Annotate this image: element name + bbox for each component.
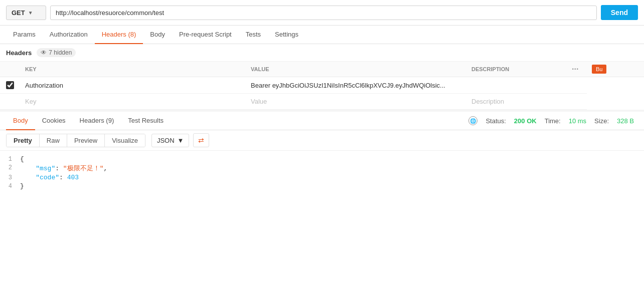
- row-value-text: Bearer eyJhbGciOiJSUzI1NiIsInR5cCl6lkpXV…: [251, 82, 445, 89]
- json-comma-1: ,: [103, 165, 107, 172]
- json-key-msg: "msg": [36, 165, 55, 172]
- line-number-2: 2: [0, 164, 20, 171]
- col-header-value: VALUE: [246, 62, 466, 77]
- method-selector[interactable]: GET ▼: [6, 6, 46, 20]
- code-line-1: 1 {: [0, 155, 644, 163]
- placeholder-desc-text: Description: [471, 98, 504, 105]
- tab-prerequest[interactable]: Pre-request Script: [172, 26, 239, 44]
- format-raw-button[interactable]: Raw: [40, 134, 67, 147]
- code-content-3: "code": 403: [20, 174, 79, 181]
- response-tabs: Body Cookies Headers (9) Test Results: [6, 112, 468, 130]
- col-header-check: [0, 62, 20, 77]
- row-key-cell: Authorization: [20, 77, 246, 94]
- code-content-2: "msg": "极限不足！",: [20, 164, 107, 173]
- time-value: 10 ms: [569, 117, 586, 125]
- placeholder-desc-cell[interactable]: Description: [466, 94, 567, 110]
- row-desc-cell: [466, 77, 567, 94]
- json-colon-1: :: [55, 165, 63, 172]
- row-checkbox[interactable]: [6, 81, 14, 89]
- format-button-group: Pretty Raw Preview Visualize: [6, 134, 145, 147]
- resp-tab-testresults[interactable]: Test Results: [121, 112, 171, 130]
- response-tabs-bar: Body Cookies Headers (9) Test Results 🌐 …: [0, 112, 644, 130]
- bulk-edit-button[interactable]: Bu: [592, 65, 606, 74]
- time-label: Time:: [545, 117, 561, 125]
- code-content-4: }: [20, 182, 24, 190]
- format-preview-button[interactable]: Preview: [67, 134, 105, 147]
- tab-settings[interactable]: Settings: [268, 26, 305, 44]
- send-button[interactable]: Send: [601, 5, 638, 20]
- tab-tests[interactable]: Tests: [239, 26, 268, 44]
- headers-section: Headers 👁 7 hidden KEY VALUE DESCRIPTION…: [0, 44, 644, 110]
- placeholder-key-text: Key: [25, 98, 36, 105]
- format-type-selector[interactable]: JSON ▼: [151, 134, 190, 147]
- headers-title: Headers: [6, 49, 32, 57]
- size-value: 328 B: [617, 117, 634, 125]
- format-dropdown-icon: ▼: [178, 137, 184, 144]
- table-placeholder-row: Key Value Description: [0, 94, 644, 110]
- code-line-3: 3 "code": 403: [0, 173, 644, 182]
- request-tabs: Params Authorization Headers (8) Body Pr…: [0, 26, 644, 44]
- hidden-count: 7 hidden: [49, 49, 72, 56]
- col-header-desc: DESCRIPTION: [466, 62, 567, 77]
- json-value-code: 403: [67, 174, 79, 181]
- resp-tab-headers[interactable]: Headers (9): [73, 112, 121, 130]
- response-section: Body Cookies Headers (9) Test Results 🌐 …: [0, 110, 644, 194]
- line-number-1: 1: [0, 155, 20, 163]
- tab-headers[interactable]: Headers (8): [95, 26, 143, 44]
- dropdown-arrow-icon: ▼: [28, 10, 33, 16]
- code-content-1: {: [20, 155, 24, 163]
- wrap-icon: ⇄: [198, 136, 204, 144]
- col-header-actions: ···: [567, 62, 587, 77]
- headers-toolbar: Headers 👁 7 hidden: [0, 44, 644, 62]
- placeholder-value-cell[interactable]: Value: [246, 94, 466, 110]
- size-label: Size:: [594, 117, 609, 125]
- row-checkbox-cell: [0, 77, 20, 94]
- tab-params[interactable]: Params: [6, 26, 43, 44]
- placeholder-actions-cell: [567, 94, 587, 110]
- row-value-cell: Bearer eyJhbGciOiJSUzI1NiIsInR5cCl6lkpXV…: [246, 77, 466, 94]
- placeholder-check-cell: [0, 94, 20, 110]
- eye-icon: 👁: [41, 49, 47, 56]
- hidden-badge[interactable]: 👁 7 hidden: [37, 48, 76, 57]
- wrap-button[interactable]: ⇄: [193, 133, 209, 147]
- resp-tab-cookies[interactable]: Cookies: [35, 112, 73, 130]
- placeholder-key-cell[interactable]: Key: [20, 94, 246, 110]
- json-value-msg: "极限不足！": [63, 165, 104, 172]
- row-actions-cell: [567, 77, 587, 94]
- format-visualize-button[interactable]: Visualize: [105, 134, 145, 147]
- headers-table: KEY VALUE DESCRIPTION ··· Bu: [0, 62, 644, 110]
- status-value: 200 OK: [514, 117, 537, 125]
- column-actions-icon[interactable]: ···: [572, 65, 578, 73]
- placeholder-value-text: Value: [251, 98, 267, 105]
- format-toolbar: Pretty Raw Preview Visualize JSON ▼ ⇄: [0, 130, 644, 151]
- url-bar: GET ▼ Send: [0, 0, 644, 26]
- col-header-key: KEY: [20, 62, 246, 77]
- line-number-4: 4: [0, 182, 20, 190]
- code-line-4: 4 }: [0, 182, 644, 190]
- format-type-label: JSON: [157, 137, 175, 144]
- response-status-bar: 🌐 Status: 200 OK Time: 10 ms Size: 328 B: [468, 116, 638, 125]
- line-number-3: 3: [0, 174, 20, 181]
- format-pretty-button[interactable]: Pretty: [7, 134, 40, 147]
- col-header-bulk: Bu: [587, 62, 644, 77]
- table-header-row: KEY VALUE DESCRIPTION ··· Bu: [0, 62, 644, 77]
- url-input[interactable]: [50, 6, 597, 20]
- resp-tab-body[interactable]: Body: [6, 112, 35, 130]
- code-view: 1 { 2 "msg": "极限不足！", 3 "code": 403 4 }: [0, 151, 644, 194]
- row-key-value: Authorization: [25, 82, 63, 89]
- globe-icon: 🌐: [468, 116, 477, 125]
- tab-body[interactable]: Body: [143, 26, 172, 44]
- table-row: Authorization Bearer eyJhbGciOiJSUzI1NiI…: [0, 77, 644, 94]
- tab-authorization[interactable]: Authorization: [43, 26, 95, 44]
- status-label: Status:: [486, 117, 506, 125]
- method-label: GET: [12, 9, 25, 17]
- json-colon-2: :: [59, 174, 67, 181]
- json-key-code: "code": [36, 174, 59, 181]
- code-line-2: 2 "msg": "极限不足！",: [0, 163, 644, 173]
